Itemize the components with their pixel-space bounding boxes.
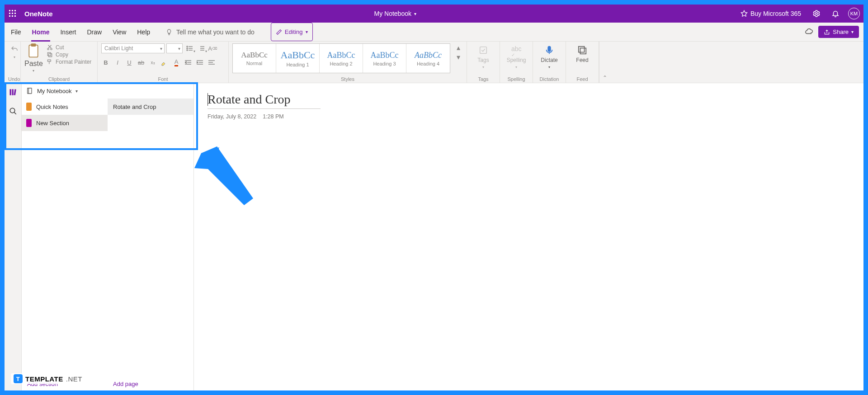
bold-button[interactable]: B	[101, 58, 110, 67]
style-item[interactable]: AaBbCcHeading 4	[406, 44, 450, 73]
menu-tab-draw[interactable]: Draw	[87, 23, 102, 41]
svg-rect-16	[47, 52, 51, 56]
tags-button[interactable]: Tags▾	[471, 43, 496, 69]
svg-rect-12	[32, 44, 36, 46]
font-name-select[interactable]: Calibri Light	[101, 43, 165, 53]
svg-rect-44	[28, 88, 32, 94]
svg-rect-8	[14, 15, 16, 17]
editing-label: Editing	[285, 28, 303, 35]
app-launcher-icon[interactable]	[6, 7, 19, 20]
notebook-title-dropdown[interactable]: My Notebook ▾	[374, 10, 416, 17]
page-item[interactable]: Rotate and Crop	[108, 99, 193, 115]
search-icon[interactable]	[8, 106, 19, 117]
svg-point-19	[187, 48, 188, 49]
numbering-dropdown[interactable]	[196, 44, 206, 52]
svg-rect-0	[9, 10, 10, 11]
underline-button[interactable]: U	[125, 58, 134, 67]
collapse-ribbon-button[interactable]: ⌃	[599, 42, 610, 83]
menu-tab-view[interactable]: View	[113, 23, 126, 41]
svg-rect-35	[480, 47, 487, 54]
account-avatar[interactable]: KM	[848, 8, 860, 19]
increase-indent-button[interactable]	[195, 58, 204, 67]
notebook-name-label: My Notebook	[37, 88, 72, 94]
feed-button[interactable]: Feed	[570, 43, 595, 63]
chevron-down-icon: ▾	[414, 11, 416, 16]
svg-rect-5	[14, 13, 16, 14]
svg-rect-3	[9, 13, 10, 14]
chevron-down-icon: ▾	[75, 89, 78, 94]
notifications-bell-icon[interactable]	[829, 7, 842, 20]
highlight-button[interactable]	[160, 58, 169, 67]
svg-point-10	[816, 13, 818, 15]
italic-button[interactable]: I	[113, 58, 122, 67]
svg-rect-37	[579, 47, 585, 52]
style-item[interactable]: AaBbCcHeading 3	[363, 44, 406, 73]
styles-expand-button[interactable]: ▴▾	[454, 43, 463, 61]
font-color-button[interactable]: A	[172, 58, 181, 67]
settings-gear-icon[interactable]	[810, 7, 823, 20]
align-button[interactable]	[207, 58, 216, 67]
cut-button[interactable]: Cut	[47, 44, 91, 51]
svg-rect-15	[49, 54, 52, 57]
svg-rect-39	[9, 89, 11, 95]
tell-me-search[interactable]: Tell me what you want to do	[165, 23, 255, 41]
style-item[interactable]: AaBbCcHeading 2	[320, 44, 363, 73]
style-item[interactable]: AaBbCcHeading 1	[276, 44, 320, 73]
svg-rect-4	[12, 13, 13, 14]
notebook-picker[interactable]: My Notebook ▾	[22, 83, 193, 99]
menu-tab-home[interactable]: Home	[32, 23, 50, 41]
svg-rect-2	[14, 10, 16, 11]
menu-tab-insert[interactable]: Insert	[60, 23, 76, 41]
menu-tab-file[interactable]: File	[11, 23, 21, 41]
svg-rect-6	[9, 15, 10, 17]
font-size-select[interactable]	[166, 43, 183, 53]
dictation-group-label: Dictation	[537, 75, 562, 82]
section-item[interactable]: New Section	[22, 115, 108, 131]
styles-gallery[interactable]: AaBbCcNormalAaBbCcHeading 1AaBbCcHeading…	[232, 43, 450, 73]
clipboard-group-label: Clipboard	[24, 75, 94, 82]
paste-button[interactable]: Paste ▾	[24, 43, 43, 73]
page-canvas[interactable]: Rotate and Crop Friday, July 8, 2022 1:2…	[194, 83, 863, 390]
buy-label: Buy Microsoft 365	[750, 10, 801, 17]
add-page-button[interactable]: Add page	[108, 377, 193, 390]
svg-rect-38	[580, 48, 586, 54]
svg-rect-41	[14, 89, 16, 95]
navigation-pane-icon[interactable]	[8, 87, 19, 98]
svg-rect-7	[12, 15, 13, 17]
spelling-group-label: Spelling	[504, 75, 529, 82]
svg-rect-11	[29, 45, 38, 57]
sync-status-icon[interactable]	[804, 27, 814, 37]
share-button[interactable]: Share ▾	[818, 26, 859, 38]
subscript-button[interactable]: x₂	[148, 58, 157, 67]
svg-line-43	[14, 112, 16, 114]
tags-group-label: Tags	[471, 75, 496, 82]
svg-marker-9	[741, 10, 747, 16]
notebook-title-text: My Notebook	[374, 10, 411, 17]
section-item[interactable]: Quick Notes	[22, 99, 108, 115]
buy-microsoft-365-link[interactable]: Buy Microsoft 365	[738, 10, 804, 17]
page-time: 1:28 PM	[263, 113, 284, 120]
format-painter-button[interactable]: Format Painter	[47, 59, 91, 65]
styles-group-label: Styles	[232, 75, 463, 82]
decrease-indent-button[interactable]	[184, 58, 193, 67]
clear-formatting-button[interactable]: A⌫	[208, 44, 217, 53]
bullets-dropdown[interactable]	[184, 44, 194, 52]
dictate-button[interactable]: Dictate▾	[537, 43, 562, 69]
undo-button[interactable]	[10, 45, 19, 53]
menu-tab-help[interactable]: Help	[137, 23, 150, 41]
feed-group-label: Feed	[570, 75, 595, 82]
page-title[interactable]: Rotate and Crop	[208, 92, 321, 107]
chevron-down-icon: ▾	[306, 29, 308, 34]
copy-button[interactable]: Copy	[47, 52, 91, 58]
strikethrough-button[interactable]: ab	[137, 58, 146, 67]
font-group-label: Font	[101, 75, 225, 82]
svg-point-13	[47, 48, 49, 50]
style-item[interactable]: AaBbCcNormal	[233, 44, 276, 73]
chevron-down-icon: ▾	[851, 29, 854, 34]
page-date: Friday, July 8, 2022	[208, 113, 256, 120]
editing-mode-dropdown[interactable]: Editing ▾	[271, 23, 313, 41]
app-name-label: OneNote	[24, 10, 53, 18]
svg-point-21	[187, 50, 188, 51]
spelling-button[interactable]: abc✓ Spelling▾	[504, 43, 529, 69]
svg-rect-40	[12, 89, 13, 95]
